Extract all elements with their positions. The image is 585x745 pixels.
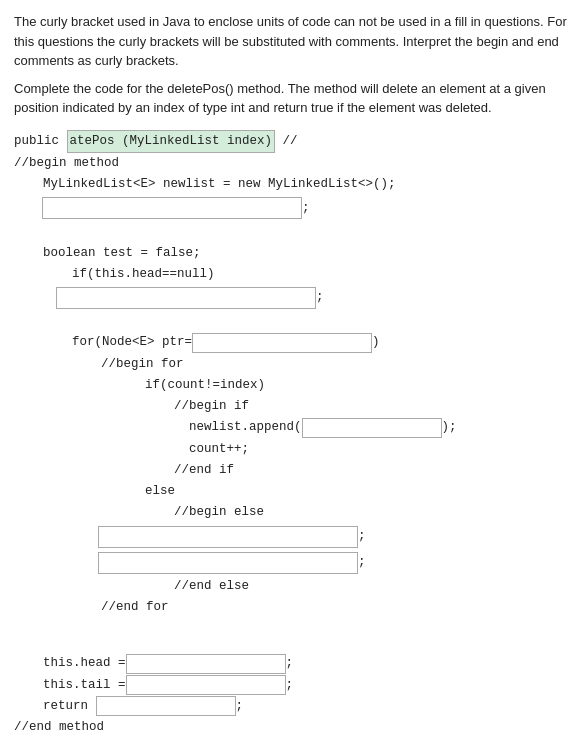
- comment-after-public: //: [275, 131, 298, 152]
- code-line-boolean: boolean test = false;: [14, 243, 571, 264]
- code-line-end-method: //end method: [14, 717, 571, 738]
- description-para1: The curly bracket used in Java to enclos…: [14, 12, 571, 71]
- method-signature-highlight: atePos (MyLinkedList index): [67, 130, 276, 153]
- code-line-return: return ;: [14, 696, 571, 717]
- code-line-end-else: //end else: [14, 576, 571, 597]
- code-line-else: else: [14, 481, 571, 502]
- blank-line-3: [14, 618, 571, 639]
- return-label: return: [28, 696, 88, 717]
- append-start: newlist.append(: [84, 417, 302, 438]
- for-loop-end: ): [372, 332, 380, 353]
- input-field-7-head[interactable]: [126, 654, 286, 674]
- input-field-5-else1[interactable]: [98, 526, 358, 548]
- code-line-append: newlist.append( );: [14, 417, 571, 438]
- code-line-count-plus: count++;: [14, 439, 571, 460]
- code-line-input6[interactable]: ;: [14, 550, 571, 576]
- code-line-input5[interactable]: ;: [14, 524, 571, 550]
- input-field-9-return[interactable]: [96, 696, 236, 716]
- input-field-2[interactable]: [56, 287, 316, 309]
- blank-line-2: [14, 311, 571, 332]
- code-line-public: public atePos (MyLinkedList index) //: [14, 130, 571, 153]
- input-field-6-else2[interactable]: [98, 552, 358, 574]
- code-line-for: for(Node<E> ptr= ): [14, 332, 571, 353]
- this-tail-label: this.tail =: [28, 675, 126, 696]
- input-field-3-for[interactable]: [192, 333, 372, 353]
- blank-line-1: [14, 221, 571, 242]
- code-line-end-if: //end if: [14, 460, 571, 481]
- code-line-input1[interactable]: ;: [14, 195, 571, 221]
- code-line-newlist: MyLinkedList<E> newlist = new MyLinkedLi…: [14, 174, 571, 195]
- append-end: );: [442, 417, 457, 438]
- input-field-4-append[interactable]: [302, 418, 442, 438]
- code-line-end-for: //end for: [14, 597, 571, 618]
- code-line-begin-for: //begin for: [14, 354, 571, 375]
- code-line-input2[interactable]: ;: [14, 285, 571, 311]
- code-line-this-head: this.head = ;: [14, 653, 571, 674]
- input-field-8-tail[interactable]: [126, 675, 286, 695]
- code-line-if-count: if(count!=index): [14, 375, 571, 396]
- this-head-label: this.head =: [28, 653, 126, 674]
- code-line-begin-method: //begin method: [14, 153, 571, 174]
- for-loop-start: for(Node<E> ptr=: [42, 332, 192, 353]
- code-line-begin-if: //begin if: [14, 396, 571, 417]
- code-line-this-tail: this.tail = ;: [14, 675, 571, 696]
- code-line-if-head: if(this.head==null): [14, 264, 571, 285]
- public-keyword: public: [14, 131, 67, 152]
- description-para2: Complete the code for the deletePos() me…: [14, 79, 571, 118]
- input-field-1[interactable]: [42, 197, 302, 219]
- code-line-begin-else: //begin else: [14, 502, 571, 523]
